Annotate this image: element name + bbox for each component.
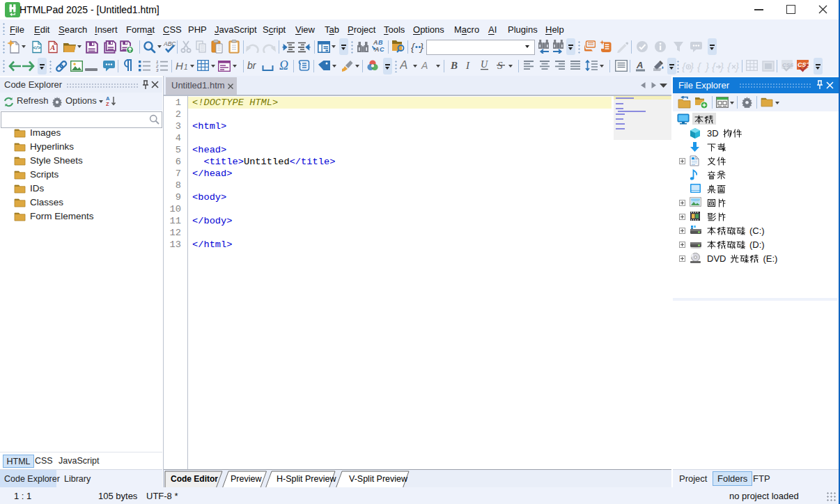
svg-text:A: A bbox=[421, 60, 428, 70]
svg-text:A: A bbox=[373, 39, 378, 46]
svg-text:I: I bbox=[465, 60, 470, 70]
svg-text:</>: </> bbox=[33, 45, 41, 51]
svg-text:A: A bbox=[49, 43, 55, 52]
svg-text:{: { bbox=[697, 61, 702, 72]
svg-text:C: C bbox=[380, 46, 384, 53]
svg-text:3: 3 bbox=[156, 68, 159, 72]
svg-text:{: { bbox=[411, 41, 416, 53]
svg-text:Z: Z bbox=[106, 101, 109, 107]
svg-text:{: { bbox=[712, 61, 717, 72]
svg-text:}: } bbox=[734, 61, 739, 72]
svg-text:U: U bbox=[481, 59, 488, 70]
svg-text:A: A bbox=[400, 59, 407, 70]
svg-text:B: B bbox=[378, 39, 383, 46]
svg-text:{: { bbox=[727, 61, 732, 72]
svg-text:H: H bbox=[176, 61, 183, 71]
svg-text:}: } bbox=[704, 61, 709, 72]
svg-text:1: 1 bbox=[184, 63, 188, 71]
svg-text:A: A bbox=[636, 60, 643, 70]
svg-text:B: B bbox=[450, 60, 458, 70]
svg-text:Ω: Ω bbox=[279, 59, 288, 71]
svg-text:br: br bbox=[247, 61, 257, 70]
